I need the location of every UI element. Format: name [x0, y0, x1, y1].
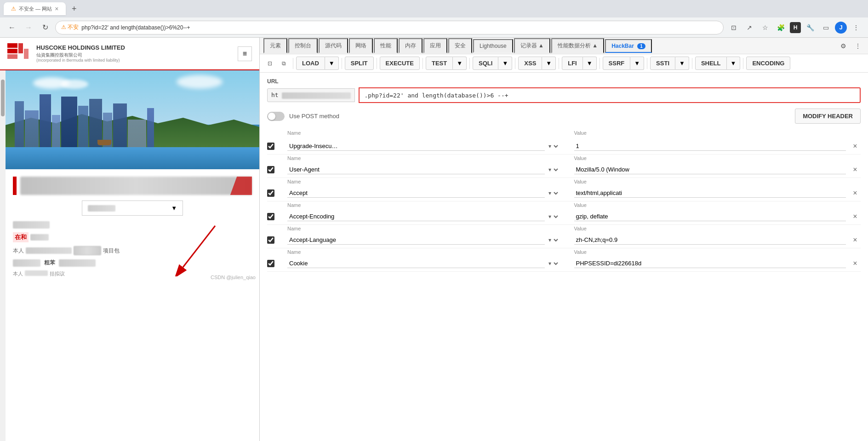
profile-avatar[interactable]: J — [835, 22, 847, 34]
tab-security[interactable]: 安全 — [448, 38, 472, 53]
tab-elements[interactable]: 元素 — [263, 38, 287, 53]
header-2-value-input[interactable] — [574, 165, 846, 174]
test-dropdown-button[interactable]: ▼ — [453, 57, 467, 70]
window-icon[interactable]: ▭ — [819, 21, 832, 34]
back-button[interactable]: ← — [6, 21, 18, 34]
header-4-name-input[interactable] — [287, 212, 545, 221]
puzzle-icon[interactable]: 🔧 — [804, 21, 817, 34]
header-1-delete-button[interactable]: × — [850, 141, 861, 151]
header-6-delete-button[interactable]: × — [850, 258, 861, 269]
header-1-checkbox[interactable] — [267, 143, 274, 150]
header-4-checkbox[interactable] — [267, 213, 274, 220]
header-3-delete-button[interactable]: × — [850, 188, 861, 198]
hackbar-ext-icon[interactable]: H — [790, 22, 801, 33]
header-5-name-dropdown[interactable]: ▾ — [546, 235, 560, 245]
header-5-name-label: Name — [287, 226, 560, 231]
scrollbar-thumb[interactable] — [1, 80, 5, 116]
main-content: HUSCOKE HOLDINGS LIMITED 仙資集團控股有限公司 (Inc… — [0, 38, 868, 441]
header-4-value-input[interactable] — [574, 212, 846, 221]
header-2-checkbox[interactable] — [267, 166, 274, 173]
encoding-button[interactable]: ENCODING — [746, 57, 790, 70]
new-tab-button[interactable]: + — [68, 2, 80, 15]
cast-icon[interactable]: ⊡ — [727, 21, 740, 34]
header-6-checkbox[interactable] — [267, 260, 274, 267]
scrollbar[interactable] — [0, 70, 6, 441]
header-1-name-input[interactable] — [287, 142, 545, 151]
header-1-value-input[interactable] — [574, 142, 846, 151]
sqli-button[interactable]: SQLI — [473, 57, 498, 70]
header-2-name-dropdown[interactable]: ▾ — [546, 165, 560, 174]
devtools-settings-icon[interactable]: ⚙ — [837, 40, 850, 52]
header-5-value-input[interactable] — [574, 235, 846, 245]
header-5-delete-button[interactable]: × — [850, 235, 861, 245]
split-view-icon[interactable]: ⧉ — [277, 57, 290, 70]
header-6-name-label: Name — [287, 249, 560, 255]
header-4-name-label: Name — [287, 202, 560, 208]
tab-recorder[interactable]: 记录器 ▲ — [514, 38, 550, 53]
shell-dropdown-button[interactable]: ▼ — [727, 57, 741, 70]
address-bar[interactable]: ⚠ 不安 php?id=22' and length(database())>6… — [55, 21, 724, 34]
post-method-toggle[interactable] — [267, 112, 285, 121]
forward-button[interactable]: → — [22, 21, 35, 34]
ssrf-dropdown-button[interactable]: ▼ — [630, 57, 644, 70]
ssti-button[interactable]: SSTI — [650, 57, 675, 70]
sqli-dropdown-button[interactable]: ▼ — [498, 57, 512, 70]
test-button[interactable]: TEST — [426, 57, 453, 70]
ssrf-button[interactable]: SSRF — [603, 57, 631, 70]
site-logo: HUSCOKE HOLDINGS LIMITED 仙資集團控股有限公司 (Inc… — [7, 43, 125, 64]
devtools-more-icon[interactable]: ⋮ — [851, 40, 864, 52]
red-text-label: 在和 — [13, 232, 29, 242]
modify-header-button[interactable]: MODIFY HEADER — [795, 109, 861, 124]
tab-hackbar[interactable]: HackBar 1 — [605, 39, 652, 53]
building9 — [113, 103, 127, 147]
dock-icon[interactable]: ⊡ — [263, 57, 276, 70]
header-3-name-dropdown[interactable]: ▾ — [546, 189, 560, 198]
hamburger-button[interactable]: ≡ — [238, 46, 252, 61]
header-6-value-input[interactable] — [574, 259, 846, 268]
shell-button[interactable]: SHELL — [695, 57, 727, 70]
header-6-name-input[interactable] — [287, 259, 545, 268]
tab-network[interactable]: 网络 — [349, 38, 373, 53]
toolbar-separator-7 — [559, 58, 559, 69]
url-input-field[interactable] — [359, 87, 861, 103]
header-2-name-input[interactable] — [287, 165, 545, 174]
load-button[interactable]: LOAD — [296, 57, 325, 70]
load-dropdown-button[interactable]: ▼ — [325, 57, 339, 70]
xss-button[interactable]: XSS — [518, 57, 542, 70]
header-3-value-input[interactable] — [574, 189, 846, 198]
save-icon[interactable]: ↗ — [743, 21, 756, 34]
extensions-icon[interactable]: 🧩 — [774, 21, 787, 34]
tab-title: 不安全 — 网站 — [19, 6, 52, 12]
tab-perf-insights[interactable]: 性能数据分析 ▲ — [551, 38, 604, 53]
header-3-checkbox[interactable] — [267, 189, 274, 197]
tab-memory[interactable]: 内存 — [399, 38, 423, 53]
header-3-name-input[interactable] — [287, 189, 545, 198]
split-button[interactable]: SPLIT — [345, 57, 374, 70]
ssti-dropdown-button[interactable]: ▼ — [675, 57, 689, 70]
menu-icon[interactable]: ⋮ — [850, 21, 862, 34]
toolbar-separator-10 — [692, 58, 692, 69]
xss-dropdown-button[interactable]: ▼ — [542, 57, 556, 70]
header-2-delete-button[interactable]: × — [850, 165, 861, 175]
header-6-name-dropdown[interactable]: ▾ — [546, 259, 560, 268]
site-header: HUSCOKE HOLDINGS LIMITED 仙資集團控股有限公司 (Inc… — [0, 38, 259, 70]
tab-application[interactable]: 应用 — [423, 38, 447, 53]
tab-performance[interactable]: 性能 — [374, 38, 398, 53]
tab-close-icon[interactable]: × — [55, 5, 58, 12]
header-1-name-dropdown[interactable]: ▾ — [546, 142, 560, 151]
header-5-checkbox[interactable] — [267, 236, 274, 244]
header-5-name-input[interactable] — [287, 235, 545, 245]
tab-sources[interactable]: 源代码 — [319, 38, 348, 53]
lfi-button[interactable]: LFI — [562, 57, 583, 70]
execute-button[interactable]: EXECUTE — [380, 57, 420, 70]
tab-lighthouse[interactable]: Lighthouse — [473, 39, 513, 53]
bookmark-icon[interactable]: ☆ — [759, 21, 771, 34]
reload-button[interactable]: ↻ — [39, 21, 51, 34]
active-tab[interactable]: ⚠ 不安全 — 网站 × — [4, 2, 66, 15]
tab-console[interactable]: 控制台 — [288, 38, 318, 53]
header-4-name-dropdown[interactable]: ▾ — [546, 212, 560, 221]
lfi-dropdown-button[interactable]: ▼ — [583, 57, 597, 70]
dropdown-select[interactable]: ▼ — [82, 200, 183, 216]
header-2-value-label: Value — [574, 155, 846, 161]
header-4-delete-button[interactable]: × — [850, 212, 861, 222]
